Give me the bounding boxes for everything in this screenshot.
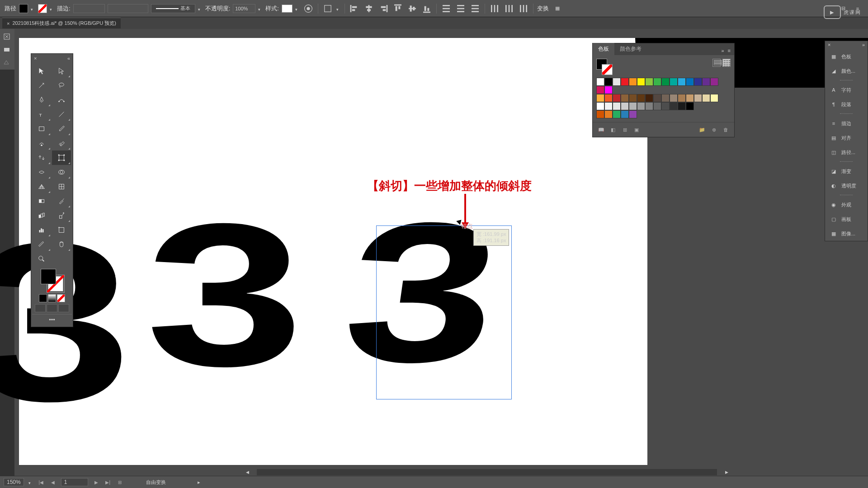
swatch-cell[interactable] [629,110,637,118]
swatch-cell[interactable] [670,94,678,102]
rp-image[interactable]: ▦图像... [825,226,868,241]
rp-swatches[interactable]: ▦色板 [825,49,868,64]
panel-menu-icon[interactable]: ≡ [728,48,731,53]
dist-bottom-icon[interactable] [469,3,481,14]
zoom-input[interactable]: 150% [4,478,24,486]
eraser-tool[interactable] [52,136,71,150]
delete-swatch-icon[interactable]: 🗑 [721,125,731,134]
draw-inside-icon[interactable] [58,304,69,312]
swatch-cell[interactable] [653,78,661,86]
status-menu-icon[interactable]: ▸ [198,479,200,485]
swatch-cell[interactable] [629,94,637,102]
shaper-tool[interactable] [32,136,51,150]
align-bottom-icon[interactable] [421,3,433,14]
swatch-cell[interactable] [604,94,613,102]
expand-dock-icon[interactable]: » [862,42,865,48]
edit-toolbar-button[interactable]: ••• [32,314,72,325]
swatch-cell[interactable] [637,102,645,110]
swatch-cell[interactable] [686,94,694,102]
opacity-input[interactable] [233,4,255,13]
gradient-tool[interactable] [32,194,51,208]
swatch-cell[interactable] [637,78,645,86]
close-icon[interactable]: × [34,56,37,62]
swatch-grid[interactable] [596,78,723,118]
free-transform-tool[interactable] [52,150,71,165]
swatch-cell[interactable] [596,78,604,86]
magic-wand-tool[interactable] [32,78,51,93]
swatch-cell[interactable] [686,78,694,86]
artboard-nav-icon[interactable]: ⊞ [116,479,123,486]
line-tool[interactable] [52,107,71,122]
swatch-cell[interactable] [710,94,718,102]
swatch-cell[interactable] [613,78,621,86]
style-dd-icon[interactable] [295,6,300,11]
profile-input[interactable] [108,4,148,13]
close-tab-icon[interactable]: × [7,21,9,26]
swatch-cell[interactable] [629,102,637,110]
draw-behind-icon[interactable] [47,304,57,312]
new-folder-icon[interactable]: 📁 [697,125,707,134]
panel-collapse-icon[interactable]: » [721,48,724,53]
artboard-input[interactable]: 1 [61,478,88,486]
rp-paragraph[interactable]: ¶段落 [825,97,868,112]
swatch-cell[interactable] [604,78,613,86]
align-left-icon[interactable] [349,3,360,14]
swatch-cell[interactable] [645,94,653,102]
swatch-lib-icon[interactable]: 📖 [596,125,606,134]
symbol-sprayer-tool[interactable] [52,208,71,223]
selection-box[interactable] [376,225,512,399]
prev-artboard-icon[interactable]: ◀ [49,479,57,486]
canvas-area[interactable]: 3 3 3 【斜切】一些增加整体的倾斜度 锚点 宽 :161.99 px 高 :… [14,29,868,476]
curvature-tool[interactable] [52,93,71,107]
none-color-icon[interactable] [57,294,65,302]
swatch-cell[interactable] [710,78,718,86]
rp-color[interactable]: ◢颜色... [825,64,868,78]
swatch-cell[interactable] [678,78,686,86]
first-artboard-icon[interactable]: |◀ [38,479,45,486]
last-artboard-icon[interactable]: ▶| [104,479,112,486]
fill-dd-icon[interactable] [31,6,35,11]
swatch-cell[interactable] [670,102,678,110]
swatch-options-icon[interactable]: ⊞ [620,125,630,134]
rp-pathfinder[interactable]: ◫路径... [825,145,868,160]
swatch-cell[interactable] [637,94,645,102]
swatch-cell[interactable] [621,110,629,118]
crop-icon[interactable] [322,3,334,14]
swatch-cell[interactable] [661,94,670,102]
dist-hcenter-icon[interactable] [503,3,515,14]
swatches-tab[interactable]: 色板 [593,43,614,55]
mini-icon-3[interactable] [1,56,13,68]
swatch-cell[interactable] [694,78,702,86]
fill-swatch[interactable] [19,4,28,13]
swatch-cell[interactable] [604,110,613,118]
swatch-cell[interactable] [629,78,637,86]
swatch-cell[interactable] [596,86,604,94]
rectangle-tool[interactable] [32,122,51,136]
brush-dd-icon[interactable] [198,6,203,11]
swatch-cell[interactable] [702,94,710,102]
dist-right-icon[interactable] [518,3,529,14]
perspective-tool[interactable] [32,179,51,194]
selection-tool[interactable] [32,64,51,78]
rp-gradient[interactable]: ◪渐变 [825,164,868,178]
swatch-cell[interactable] [661,78,670,86]
swatch-cell[interactable] [596,102,604,110]
swatch-cell[interactable] [621,78,629,86]
tools-header[interactable]: ×« [32,56,72,62]
opacity-dd-icon[interactable] [258,6,263,11]
rp-align[interactable]: ▤对齐 [825,131,868,145]
swatch-cell[interactable] [645,78,653,86]
list-view-icon[interactable] [712,59,721,67]
swatch-cell[interactable] [645,102,653,110]
artboard-tool[interactable] [52,223,71,237]
h-scrollbar[interactable]: ◀▶ [244,469,730,476]
gradient-icon[interactable] [48,294,56,302]
mini-icon-2[interactable] [1,43,13,55]
close-dock-icon[interactable]: × [828,42,830,48]
solid-color-icon[interactable] [39,294,47,302]
width-tool[interactable] [32,165,51,179]
color-guide-tab[interactable]: 颜色参考 [614,43,647,55]
stroke-swatch[interactable] [38,4,47,13]
swatch-cell[interactable] [613,94,621,102]
dist-top-icon[interactable] [440,3,452,14]
